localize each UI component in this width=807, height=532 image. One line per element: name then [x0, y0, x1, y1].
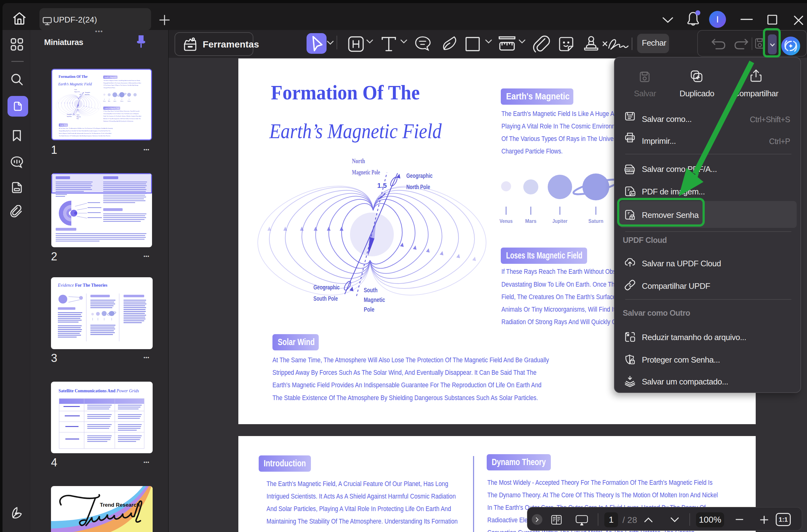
svg-text:I: I	[716, 14, 719, 24]
svg-text:Satellite Communications And P: Satellite Communications And Power Grids	[58, 388, 139, 393]
svg-text:Trend Research: Trend Research	[100, 502, 140, 508]
svg-text:Evidence For The Theories: Evidence For The Theories	[58, 283, 108, 288]
svg-text:PDF/A: PDF/A	[626, 168, 634, 172]
